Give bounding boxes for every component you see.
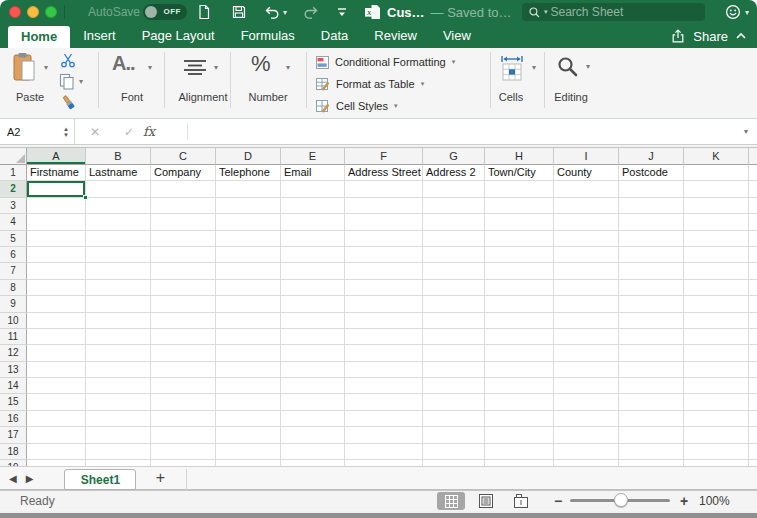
cell-E5[interactable]: [281, 231, 345, 247]
cell-E1[interactable]: Email: [281, 165, 345, 181]
cell-H3[interactable]: [485, 198, 554, 214]
cell-C15[interactable]: [151, 394, 216, 410]
cell-D15[interactable]: [216, 394, 281, 410]
format-as-table-button[interactable]: Format as Table ▾: [316, 76, 424, 92]
cell-A2[interactable]: [27, 181, 86, 197]
sheet-tab-sheet1[interactable]: Sheet1: [64, 469, 136, 490]
cell-D11[interactable]: [216, 329, 281, 345]
row-header-7[interactable]: 7: [0, 263, 27, 279]
column-header-I[interactable]: I: [554, 148, 619, 165]
cell-G4[interactable]: [423, 214, 485, 230]
tab-page-layout[interactable]: Page Layout: [129, 24, 228, 48]
cell-A4[interactable]: [27, 214, 86, 230]
tab-home[interactable]: Home: [8, 26, 70, 48]
cell-C8[interactable]: [151, 280, 216, 296]
name-box[interactable]: A2: [0, 126, 58, 138]
cell-E11[interactable]: [281, 329, 345, 345]
search-scope-dropdown-icon[interactable]: ▾: [544, 8, 548, 16]
row-header-18[interactable]: 18: [0, 444, 27, 460]
cell-G8[interactable]: [423, 280, 485, 296]
zoom-in-button[interactable]: +: [680, 491, 688, 511]
cell-B9[interactable]: [86, 296, 151, 312]
cell-C14[interactable]: [151, 378, 216, 394]
cell-B13[interactable]: [86, 362, 151, 378]
format-painter-icon[interactable]: [60, 94, 78, 112]
alignment-dropdown-icon[interactable]: ▾: [214, 63, 218, 72]
cell-J14[interactable]: [619, 378, 684, 394]
font-icon[interactable]: A..: [112, 52, 135, 75]
cell-F2[interactable]: [345, 181, 423, 197]
cell-H8[interactable]: [485, 280, 554, 296]
share-icon[interactable]: [670, 28, 686, 44]
cell-I12[interactable]: [554, 345, 619, 361]
cell-E14[interactable]: [281, 378, 345, 394]
copy-dropdown-icon[interactable]: ▾: [79, 77, 83, 86]
tab-formulas[interactable]: Formulas: [228, 24, 308, 48]
number-dropdown-icon[interactable]: ▾: [286, 63, 290, 72]
cell-B11[interactable]: [86, 329, 151, 345]
cell-B2[interactable]: [86, 181, 151, 197]
cell-I16[interactable]: [554, 411, 619, 427]
cell-B14[interactable]: [86, 378, 151, 394]
row-header-3[interactable]: 3: [0, 198, 27, 214]
share-label[interactable]: Share: [693, 29, 728, 44]
cell-F10[interactable]: [345, 313, 423, 329]
cell-E2[interactable]: [281, 181, 345, 197]
cell-K15[interactable]: [684, 394, 749, 410]
column-header-D[interactable]: D: [216, 148, 281, 165]
cell-A8[interactable]: [27, 280, 86, 296]
row-header-4[interactable]: 4: [0, 214, 27, 230]
cell-K3[interactable]: [684, 198, 749, 214]
cell-B4[interactable]: [86, 214, 151, 230]
cell-D8[interactable]: [216, 280, 281, 296]
cell-I13[interactable]: [554, 362, 619, 378]
row-header-13[interactable]: 13: [0, 362, 27, 378]
cell-J17[interactable]: [619, 427, 684, 443]
cell-J15[interactable]: [619, 394, 684, 410]
cell-E6[interactable]: [281, 247, 345, 263]
cell-C16[interactable]: [151, 411, 216, 427]
row-header-9[interactable]: 9: [0, 296, 27, 312]
cell-B1[interactable]: Lastname: [86, 165, 151, 181]
paste-button[interactable]: [12, 52, 38, 84]
tab-review[interactable]: Review: [361, 24, 430, 48]
cell-J16[interactable]: [619, 411, 684, 427]
cell-C9[interactable]: [151, 296, 216, 312]
add-sheet-button[interactable]: +: [150, 469, 170, 487]
column-header-A[interactable]: A: [27, 148, 86, 165]
cell-K11[interactable]: [684, 329, 749, 345]
cell-B6[interactable]: [86, 247, 151, 263]
cut-icon[interactable]: [60, 53, 76, 68]
cancel-entry-icon[interactable]: ✕: [75, 125, 115, 139]
cell-A12[interactable]: [27, 345, 86, 361]
cell-K14[interactable]: [684, 378, 749, 394]
cell-F13[interactable]: [345, 362, 423, 378]
cell-B8[interactable]: [86, 280, 151, 296]
new-workbook-icon[interactable]: [196, 4, 212, 20]
cell-H1[interactable]: Town/City: [485, 165, 554, 181]
cell-K16[interactable]: [684, 411, 749, 427]
cell-A5[interactable]: [27, 231, 86, 247]
cell-K4[interactable]: [684, 214, 749, 230]
cell-F1[interactable]: Address Street: [345, 165, 423, 181]
search-sheet-input[interactable]: ▾ Search Sheet: [522, 3, 705, 21]
cell-F3[interactable]: [345, 198, 423, 214]
cell-C13[interactable]: [151, 362, 216, 378]
font-dropdown-icon[interactable]: ▾: [148, 63, 152, 72]
cell-E12[interactable]: [281, 345, 345, 361]
cell-A13[interactable]: [27, 362, 86, 378]
cell-C12[interactable]: [151, 345, 216, 361]
cell-K1[interactable]: [684, 165, 749, 181]
cell-D2[interactable]: [216, 181, 281, 197]
cell-D5[interactable]: [216, 231, 281, 247]
cell-A18[interactable]: [27, 444, 86, 460]
cell-G13[interactable]: [423, 362, 485, 378]
cell-I9[interactable]: [554, 296, 619, 312]
cell-B5[interactable]: [86, 231, 151, 247]
cell-F8[interactable]: [345, 280, 423, 296]
cell-F6[interactable]: [345, 247, 423, 263]
cell-J13[interactable]: [619, 362, 684, 378]
cell-F17[interactable]: [345, 427, 423, 443]
cell-C5[interactable]: [151, 231, 216, 247]
cells-dropdown-icon[interactable]: ▾: [532, 63, 536, 72]
